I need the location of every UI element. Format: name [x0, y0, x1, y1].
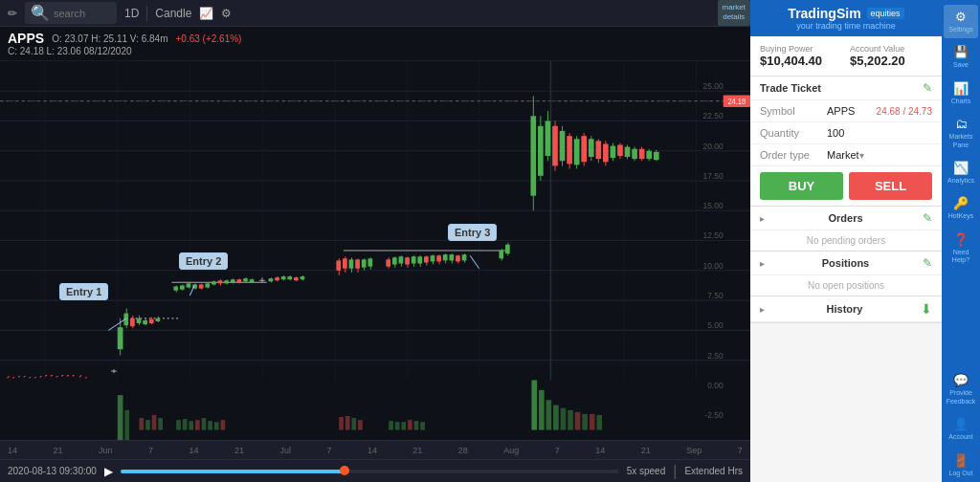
toolbar: ✏ 🔍 1D Candle 📈 ⚙ marketdetails	[0, 0, 750, 27]
svg-rect-216	[568, 410, 573, 430]
svg-rect-108	[301, 276, 305, 279]
trade-ticket-header[interactable]: Trade Ticket ✎	[750, 77, 942, 100]
buy-button[interactable]: BUY	[760, 172, 843, 200]
svg-rect-158	[552, 126, 558, 166]
settings-icon[interactable]: ⚙	[221, 7, 232, 20]
svg-rect-176	[617, 145, 623, 156]
svg-rect-144	[456, 255, 460, 261]
svg-rect-208	[408, 420, 412, 429]
svg-rect-218	[582, 414, 588, 430]
play-button[interactable]: ▶	[104, 465, 113, 478]
sidebar-item-charts[interactable]: 📊 Charts	[944, 77, 978, 110]
history-chevron: ▸	[760, 304, 765, 315]
positions-edit-icon[interactable]: ✎	[923, 256, 932, 270]
trade-ticket-title: Trade Ticket	[760, 82, 821, 94]
charts-icon: 📊	[953, 81, 969, 96]
pencil-icon[interactable]: ✏	[8, 7, 17, 20]
search-box[interactable]: 🔍	[25, 2, 117, 24]
svg-rect-210	[420, 422, 425, 429]
history-download-icon[interactable]: ⬇	[921, 301, 932, 317]
buying-power-label: Buying Power	[760, 44, 842, 54]
timeframe-selector[interactable]: 1D	[124, 7, 139, 20]
settings-icon: ⚙	[955, 10, 967, 24]
sidebar-item-account[interactable]: 👤 Account	[944, 412, 978, 446]
sidebar-item-settings[interactable]: ⚙ Settings	[944, 5, 978, 38]
timeline-bar: 14 21 Jun 7 14 21 Jul 7 14 21 28 Aug 7 1…	[0, 440, 750, 459]
tradingsim-title: TradingSim	[788, 6, 860, 21]
svg-rect-178	[625, 147, 631, 157]
sidebar-item-hotkeys[interactable]: 🔑 HotKeys	[944, 191, 978, 225]
stock-ticker: APPS	[8, 31, 44, 46]
positions-title: Positions	[822, 257, 870, 269]
svg-rect-140	[443, 254, 448, 260]
svg-rect-70	[173, 287, 178, 291]
svg-rect-172	[603, 143, 609, 162]
sidebar-item-analytics[interactable]: 📉 Analytics	[944, 156, 978, 189]
order-type-dropdown-icon[interactable]: ▾	[859, 150, 864, 161]
equity-badge: equities	[867, 8, 904, 19]
svg-rect-148	[499, 251, 503, 258]
symbol-value: APPS	[827, 105, 873, 117]
svg-rect-212	[539, 390, 545, 430]
svg-rect-120	[368, 258, 372, 266]
progress-bar[interactable]	[121, 470, 619, 473]
positions-header[interactable]: ▸ Positions ✎	[750, 252, 942, 275]
svg-text:15.00: 15.00	[702, 201, 723, 210]
svg-rect-84	[218, 280, 223, 283]
orders-section: ▸ Orders ✎ No pending orders	[750, 207, 942, 252]
svg-rect-162	[567, 136, 572, 164]
chart-canvas[interactable]: 25.00 22.50 20.00 17.50 15.00 12.50 10.0…	[0, 61, 750, 440]
svg-rect-154	[538, 126, 544, 176]
svg-text:5.00: 5.00	[707, 320, 724, 330]
svg-rect-146	[462, 254, 467, 260]
account-value-label: Account Value	[850, 44, 932, 54]
progress-fill	[121, 470, 345, 473]
tradingsim-header: TradingSim equities your trading time ma…	[750, 0, 942, 36]
account-value-block: Account Value $5,202.20	[850, 44, 932, 68]
progress-dot[interactable]	[340, 466, 349, 475]
svg-rect-205	[389, 421, 393, 429]
svg-rect-110	[336, 260, 341, 270]
logout-icon: 🚪	[953, 453, 969, 468]
trade-ticket-edit-icon[interactable]: ✎	[923, 81, 932, 95]
history-header[interactable]: ▸ History ⬇	[750, 296, 942, 322]
sidebar-item-feedback[interactable]: 💬 ProvideFeedback	[944, 368, 978, 410]
svg-rect-136	[431, 255, 435, 261]
account-label: Account	[948, 433, 972, 441]
orders-header[interactable]: ▸ Orders ✎	[750, 207, 942, 230]
save-label: Save	[953, 61, 969, 69]
order-type-row: Order type Market ▾	[750, 144, 942, 166]
sidebar-item-help[interactable]: ❓ NeedHelp?	[944, 228, 978, 270]
svg-text:10.00: 10.00	[702, 260, 723, 270]
speed-label[interactable]: 5x speed	[627, 466, 666, 476]
svg-rect-220	[596, 415, 602, 430]
history-section: ▸ History ⬇	[750, 296, 942, 323]
markets-icon: 🗂	[955, 117, 968, 131]
help-icon: ❓	[953, 232, 969, 247]
svg-text:17.50: 17.50	[702, 171, 723, 181]
svg-rect-90	[236, 279, 241, 282]
svg-rect-102	[281, 276, 286, 279]
market-details-button[interactable]: marketdetails	[718, 0, 750, 26]
sidebar-item-save[interactable]: 💾 Save	[944, 40, 978, 74]
help-label: NeedHelp?	[952, 249, 969, 265]
sell-button[interactable]: SELL	[849, 172, 932, 200]
order-type-label: Order type	[760, 149, 827, 161]
extended-hrs-label[interactable]: Extended Hrs	[684, 466, 743, 476]
svg-text:0.00: 0.00	[707, 380, 724, 389]
search-input[interactable]	[54, 8, 111, 19]
chart-type-selector[interactable]: Candle	[155, 7, 191, 20]
orders-edit-icon[interactable]: ✎	[923, 211, 932, 225]
svg-rect-184	[646, 151, 652, 159]
svg-rect-188	[124, 410, 129, 440]
svg-rect-198	[208, 421, 212, 429]
sidebar-item-markets[interactable]: 🗂 MarketsPane	[944, 112, 978, 154]
orders-title: Orders	[828, 212, 862, 224]
svg-rect-116	[355, 259, 360, 268]
stock-change: +0.63 (+2.61%)	[176, 33, 246, 44]
svg-rect-64	[143, 320, 147, 324]
sidebar-item-logout[interactable]: 🚪 Log Out	[944, 449, 978, 482]
svg-rect-62	[137, 318, 142, 323]
order-type-value[interactable]: Market	[827, 149, 859, 161]
analytics-label: Analytics	[947, 177, 974, 185]
